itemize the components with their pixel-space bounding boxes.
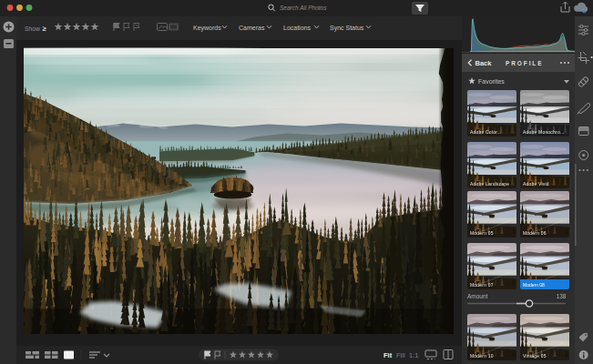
svg-text:Back: Back	[475, 59, 493, 67]
svg-text:PROFILE: PROFILE	[506, 60, 543, 66]
svg-text:Cameras: Cameras	[239, 25, 265, 31]
svg-text:Keywords: Keywords	[193, 25, 221, 32]
svg-text:Amount: Amount	[467, 293, 488, 299]
svg-text:Fill: Fill	[396, 351, 405, 359]
svg-text:Favorites: Favorites	[478, 78, 505, 85]
svg-text:138: 138	[557, 293, 567, 299]
svg-text:Search All Photos: Search All Photos	[280, 5, 327, 11]
svg-text:1:1: 1:1	[409, 351, 418, 359]
svg-text:Fit: Fit	[383, 351, 393, 359]
svg-text:Locations: Locations	[283, 25, 311, 31]
svg-text:Sync Status: Sync Status	[330, 25, 364, 32]
